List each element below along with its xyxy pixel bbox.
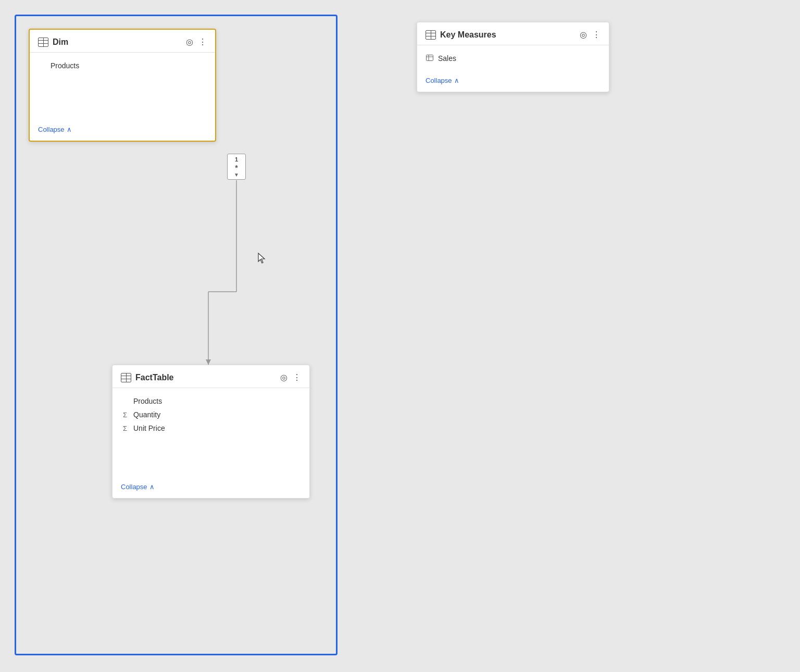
fact-header-icons: ◎ ⋮ bbox=[280, 372, 301, 382]
measures-eye-icon[interactable]: ◎ bbox=[580, 30, 587, 40]
fact-more-icon[interactable]: ⋮ bbox=[293, 372, 301, 382]
dim-card-body: Products bbox=[30, 53, 215, 120]
fact-card: FactTable ◎ ⋮ Products Σ Quantity Σ Unit… bbox=[112, 365, 310, 499]
fact-field-quantity-label: Quantity bbox=[133, 410, 160, 419]
fact-eye-icon[interactable]: ◎ bbox=[280, 372, 288, 382]
measures-field-sales-label: Sales bbox=[438, 54, 456, 63]
connector-badge: 1 * ▼ bbox=[227, 154, 246, 180]
measures-header-icons: ◎ ⋮ bbox=[580, 30, 601, 40]
canvas: 1 * ▼ Dim ◎ ⋮ bbox=[0, 0, 800, 672]
measures-field-sales-icon bbox=[426, 55, 434, 62]
measures-title: Key Measures bbox=[440, 30, 576, 40]
fact-table-icon bbox=[121, 373, 131, 382]
connector-top-label: 1 bbox=[235, 156, 238, 163]
mouse-cursor bbox=[257, 252, 268, 265]
connector-bottom-label: * bbox=[235, 164, 238, 172]
fact-field-quantity: Σ Quantity bbox=[121, 408, 301, 421]
fact-card-footer: Collapse ∧ bbox=[113, 478, 309, 498]
measures-card-header: Key Measures ◎ ⋮ bbox=[417, 22, 609, 45]
fact-collapse-label: Collapse bbox=[121, 483, 147, 491]
fact-card-header: FactTable ◎ ⋮ bbox=[113, 365, 309, 388]
dim-table-icon bbox=[38, 38, 48, 47]
svg-rect-5 bbox=[427, 55, 433, 61]
dim-collapse-label: Collapse bbox=[38, 126, 65, 133]
dim-field-products-label: Products bbox=[51, 61, 79, 70]
svg-marker-4 bbox=[206, 359, 211, 365]
dim-collapse-link[interactable]: Collapse ∧ bbox=[38, 126, 207, 133]
fact-field-products: Products bbox=[121, 394, 301, 408]
measures-collapse-label: Collapse bbox=[426, 77, 452, 84]
measures-card-body: Sales bbox=[417, 45, 609, 71]
measures-field-sales: Sales bbox=[426, 52, 601, 65]
fact-field-unitprice-label: Unit Price bbox=[133, 424, 165, 432]
dim-header-icons: ◎ ⋮ bbox=[186, 37, 207, 47]
dim-collapse-chevron: ∧ bbox=[67, 126, 72, 133]
measures-card: Key Measures ◎ ⋮ Sales bbox=[417, 22, 609, 92]
fact-field-quantity-sigma: Σ bbox=[121, 411, 129, 419]
measures-card-footer: Collapse ∧ bbox=[417, 71, 609, 92]
measures-collapse-link[interactable]: Collapse ∧ bbox=[426, 77, 601, 84]
dim-eye-icon[interactable]: ◎ bbox=[186, 37, 193, 47]
measures-collapse-chevron: ∧ bbox=[454, 77, 459, 84]
dim-field-products: Products bbox=[38, 59, 207, 72]
fact-field-unitprice-sigma: Σ bbox=[121, 425, 129, 432]
fact-field-products-label: Products bbox=[133, 397, 162, 405]
dim-card-header: Dim ◎ ⋮ bbox=[30, 30, 215, 53]
connector-arrow-icon: ▼ bbox=[234, 172, 239, 178]
measures-table-icon bbox=[426, 30, 436, 40]
dim-card: Dim ◎ ⋮ Products Collapse ∧ bbox=[29, 29, 216, 142]
dim-card-footer: Collapse ∧ bbox=[30, 120, 215, 141]
fact-collapse-chevron: ∧ bbox=[149, 483, 155, 491]
dim-more-icon[interactable]: ⋮ bbox=[198, 37, 207, 47]
fact-field-unitprice: Σ Unit Price bbox=[121, 421, 301, 435]
dim-title: Dim bbox=[53, 38, 182, 47]
measures-more-icon[interactable]: ⋮ bbox=[592, 30, 601, 40]
fact-card-body: Products Σ Quantity Σ Unit Price bbox=[113, 388, 309, 478]
fact-title: FactTable bbox=[135, 373, 276, 382]
fact-collapse-link[interactable]: Collapse ∧ bbox=[121, 483, 301, 491]
